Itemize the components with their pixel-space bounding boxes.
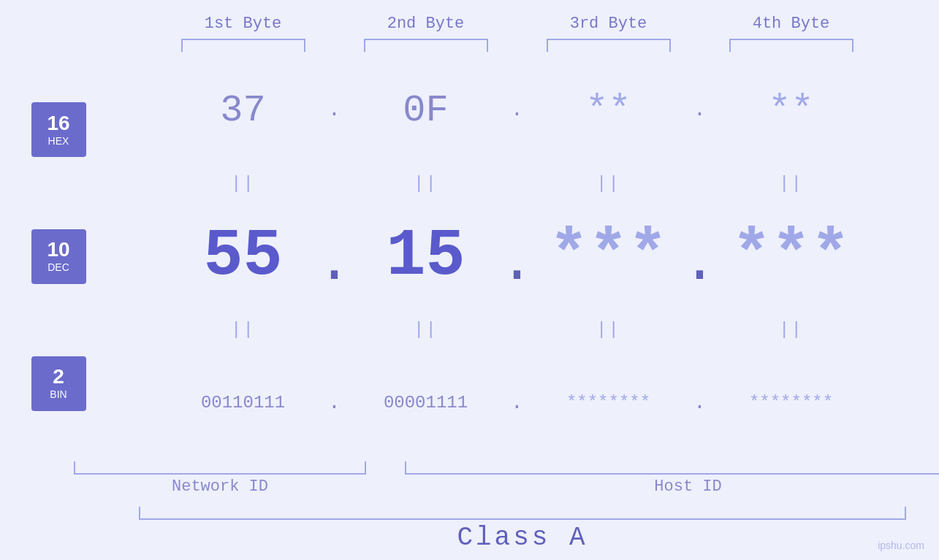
sep3-hex-dec: ||	[536, 174, 682, 193]
dec-byte4: ***	[718, 219, 864, 294]
byte3-header: 3rd Byte	[536, 15, 682, 52]
watermark: ipshu.com	[878, 540, 924, 551]
bin-label: BIN	[50, 388, 66, 400]
sep2-hex-dec: ||	[353, 174, 499, 193]
hex-byte4: **	[718, 89, 864, 132]
class-label-row: Class A	[128, 523, 906, 553]
dec-dot3: .	[682, 220, 718, 293]
byte2-header: 2nd Byte	[353, 15, 499, 52]
host-id-label: Host ID	[405, 477, 939, 496]
hex-byte2: 0F	[353, 89, 499, 132]
bin-dot3: .	[682, 393, 718, 413]
bottom-section: Network ID Host ID Class A	[0, 461, 939, 560]
byte1-label: 1st Byte	[205, 15, 282, 33]
hex-dot1: .	[316, 100, 353, 120]
byte3-label: 3rd Byte	[570, 15, 647, 33]
class-label: Class A	[139, 523, 906, 553]
bracket-bottom-row	[47, 461, 939, 475]
byte1-header: 1st Byte	[170, 15, 316, 52]
data-columns: 37 . 0F . ** . **	[95, 52, 939, 461]
dec-dot2: .	[499, 220, 536, 293]
hex-row: 37 . 0F . ** . **	[95, 52, 939, 169]
hex-byte3: **	[536, 89, 682, 132]
byte-headers: 1st Byte 2nd Byte 3rd Byte 4th Byte	[0, 0, 939, 52]
sep-hex-dec: || || || ||	[95, 169, 939, 198]
class-bracket	[139, 507, 906, 520]
bin-row: 00110111 . 00001111 . ******** .	[95, 345, 939, 461]
network-id-label: Network ID	[74, 477, 366, 496]
sep4-hex-dec: ||	[718, 174, 864, 193]
sep2-dec-bin: ||	[353, 320, 499, 340]
byte4-header: 4th Byte	[718, 15, 864, 52]
hex-label: HEX	[48, 135, 69, 147]
dec-row: 55 . 15 . *** . ***	[95, 198, 939, 315]
sep1-dec-bin: ||	[170, 320, 316, 340]
dec-byte1: 55	[170, 219, 316, 294]
id-labels-row: Network ID Host ID	[47, 477, 939, 496]
hex-dot3: .	[682, 100, 718, 120]
bin-byte3: ********	[536, 393, 682, 413]
bin-byte4: ********	[718, 393, 864, 413]
dec-byte2: 15	[353, 219, 499, 294]
main-container: 1st Byte 2nd Byte 3rd Byte 4th Byte 16 H…	[0, 0, 939, 560]
left-labels: 16 HEX 10 DEC 2 BIN	[0, 52, 95, 461]
bin-dot2: .	[499, 393, 536, 413]
dec-number: 10	[47, 239, 69, 260]
host-bracket-bottom	[405, 461, 939, 475]
hex-number: 16	[47, 113, 69, 134]
byte2-label: 2nd Byte	[387, 15, 465, 33]
hex-byte1: 37	[170, 89, 316, 132]
hex-badge: 16 HEX	[31, 102, 86, 157]
bin-number: 2	[53, 367, 64, 387]
dec-byte3: ***	[536, 219, 682, 294]
sep1-hex-dec: ||	[170, 174, 316, 193]
byte3-bracket-top	[547, 39, 671, 52]
bin-byte1: 00110111	[170, 393, 316, 413]
dec-badge: 10 DEC	[31, 229, 86, 284]
hex-dot2: .	[499, 100, 536, 120]
network-bracket-bottom	[74, 461, 366, 475]
byte4-label: 4th Byte	[753, 15, 830, 33]
dec-label: DEC	[47, 261, 69, 273]
main-grid: 16 HEX 10 DEC 2 BIN 37 .	[0, 52, 939, 461]
sep-dec-bin: || || || ||	[95, 315, 939, 345]
byte4-bracket-top	[729, 39, 854, 52]
bin-dot1: .	[316, 393, 353, 413]
bin-byte2: 00001111	[353, 393, 499, 413]
class-bracket-row	[128, 507, 906, 520]
byte2-bracket-top	[364, 39, 488, 52]
bin-badge: 2 BIN	[31, 356, 86, 411]
sep3-dec-bin: ||	[536, 320, 682, 340]
dec-dot1: .	[316, 220, 353, 293]
byte1-bracket-top	[181, 39, 305, 52]
sep4-dec-bin: ||	[718, 320, 864, 340]
